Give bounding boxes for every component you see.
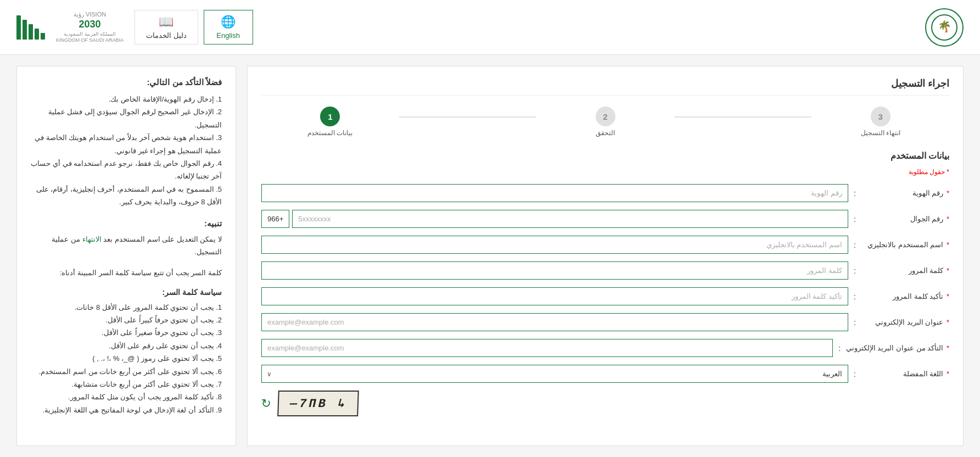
confirm-password-label: * تأكيد كلمة المرور (861, 292, 949, 300)
mobile-label: * رقم الجوال (861, 215, 949, 223)
password-input[interactable] (261, 261, 848, 280)
email-input-wrap (261, 313, 848, 331)
confirm-password-row: * تأكيد كلمة المرور : (261, 287, 949, 305)
step-1-number: 1 (328, 112, 332, 121)
step-1-label: بيانات المستخدم (307, 129, 352, 137)
main-content: اجراء التسجيل 1 بيانات المستخدم 2 التحقق… (0, 55, 980, 457)
id-number-label: * رقم الهوية (861, 189, 949, 197)
bar5 (16, 15, 21, 40)
header-left: 🌴 (925, 8, 964, 47)
email-input[interactable] (261, 313, 848, 331)
username-label: * اسم المستخدم بالانجليزي (861, 241, 949, 249)
guide-label: دليل الخدمات (146, 31, 187, 40)
captcha-row: ↳ 7ΠB— ↺ (261, 391, 949, 416)
step-2-number: 2 (603, 112, 607, 121)
language-input-wrap: العربية English (261, 365, 848, 383)
step-line-2 (674, 116, 812, 118)
email-colon: : (854, 318, 856, 327)
header: 🌴 🌐 English 📖 دليل الخدمات VISION رؤية 2… (0, 0, 980, 55)
policy-item-3: 3. يجب أن تحتوي حرفاً صغيراً على الأقل. (31, 326, 222, 339)
email-label: * عنوان البريد الإلكتروني (861, 318, 949, 326)
bar4 (23, 20, 27, 40)
step-3-number: 3 (878, 112, 883, 121)
confirm-password-input[interactable] (261, 287, 848, 305)
page-title: اجراء التسجيل (261, 77, 949, 96)
step-3-label: انتهاء التسجيل (861, 129, 900, 137)
phone-prefix: +966 (261, 210, 289, 228)
confirm-email-input-wrap (261, 339, 833, 357)
username-input[interactable] (261, 236, 848, 254)
language-select[interactable]: العربية English (261, 365, 848, 383)
info-panel: فضلاً التأكد من التالي: 1. إدخال رقم اله… (16, 66, 236, 446)
password-row: * كلمة المرور : (261, 261, 949, 280)
email-required-star: * (947, 318, 949, 326)
confirm-list: 1. إدخال رقم الهوية/الإقامة الخاص بك. 2.… (31, 93, 222, 209)
vision-line1: VISION رؤية (56, 10, 124, 18)
mobile-input-wrap: +966 (261, 210, 848, 228)
confirm-email-label: * التأكد من عنوان البريد الإلكتروني (846, 344, 949, 352)
confirm-email-colon: : (838, 344, 841, 353)
refresh-captcha-icon[interactable]: ↺ (261, 397, 271, 411)
password-label: * كلمة المرور (861, 266, 949, 275)
english-label: English (216, 31, 240, 40)
password-policy-title: سياسة كلمة السر: (31, 288, 222, 297)
confirm-item-3: 3. استخدام هوية شخص آخر بدلاً من استخدام… (31, 131, 222, 157)
header-right: 🌐 English 📖 دليل الخدمات VISION رؤية 203… (16, 10, 253, 44)
absher-bars (16, 15, 45, 40)
policy-item-8: 8. تأكيد كلمة المرور يجب أن يكون مثل كلم… (31, 391, 222, 403)
steps-container: 1 بيانات المستخدم 2 التحقق 3 انتهاء التس… (261, 107, 949, 137)
id-number-input[interactable] (261, 184, 848, 202)
book-icon: 📖 (159, 15, 173, 29)
required-text: حقول مطلوبة (909, 168, 945, 176)
mobile-input[interactable] (292, 210, 848, 228)
bar2 (35, 29, 39, 40)
language-select-wrap: العربية English (261, 365, 848, 383)
policy-item-5: 5. يجب ألا تحتوي على رموز ( @_، % ،! ،. … (31, 352, 222, 365)
username-row: * اسم المستخدم بالانجليزي : (261, 236, 949, 254)
confirm-password-input-wrap (261, 287, 848, 305)
step-3: 3 انتهاء التسجيل (811, 107, 949, 137)
confirm-item-1: 1. إدخال رقم الهوية/الإقامة الخاص بك. (31, 93, 222, 105)
confirm-item-2: 2. الإدخال غير الصحيح لرقم الجوال سيؤدي … (31, 105, 222, 131)
mobile-colon: : (854, 215, 856, 224)
step-2-label: التحقق (596, 129, 615, 137)
absher-logo (16, 15, 45, 40)
warning-title: تنبيه: (31, 219, 222, 228)
confirm-item-4: 4. رقم الجوال خاص بك فقط، نرجو عدم استخد… (31, 157, 222, 183)
policy-item-9: 9. التأكد أن لغة الإدخال في لوحة المفاتي… (31, 404, 222, 416)
confirm-password-colon: : (854, 292, 856, 301)
confirm-email-input[interactable] (261, 339, 833, 357)
bar1 (41, 33, 45, 40)
english-button[interactable]: 🌐 English (204, 10, 253, 44)
form-panel: اجراء التسجيل 1 بيانات المستخدم 2 التحقق… (247, 66, 964, 446)
policy-item-4: 4. يجب أن تحتوي على رقم على الأقل. (31, 339, 222, 352)
language-required-star: * (947, 370, 949, 378)
id-input-wrap (261, 184, 848, 202)
vision-kingdom: المملكة العربية السعودية (56, 31, 124, 38)
policy-item-1: 1. يجب أن تحتوي كلمة المرور على الأقل 8 … (31, 301, 222, 314)
user-data-section-label: بيانات المستخدم (261, 151, 949, 164)
step-2-circle: 2 (596, 107, 615, 126)
vision-logo: VISION رؤية 2030 المملكة العربية السعودي… (56, 10, 124, 44)
id-colon: : (854, 189, 856, 198)
globe-icon: 🌐 (221, 15, 236, 29)
step-3-circle: 3 (871, 107, 891, 126)
step-1: 1 بيانات المستخدم (261, 107, 399, 137)
required-star: * (947, 168, 949, 176)
language-colon: : (854, 370, 856, 378)
warning-link[interactable]: الانتهاء (82, 235, 102, 243)
svg-text:🌴: 🌴 (938, 20, 951, 33)
government-logo: 🌴 (925, 8, 964, 47)
confirm-email-required-star: * (947, 344, 949, 352)
step-1-circle: 1 (320, 107, 340, 126)
password-required-star: * (947, 266, 949, 275)
mobile-required-star: * (947, 215, 949, 223)
guide-button[interactable]: 📖 دليل الخدمات (135, 10, 198, 44)
nav-buttons: 🌐 English 📖 دليل الخدمات (135, 10, 253, 44)
policy-item-7: 7. يجب ألا تحتوي على أكثر من أربع خانات … (31, 378, 222, 391)
id-required-star: * (947, 189, 949, 197)
confirm-password-required-star: * (947, 292, 949, 300)
username-colon: : (854, 241, 856, 249)
password-policy-list: 1. يجب أن تحتوي كلمة المرور على الأقل 8 … (31, 301, 222, 417)
policy-item-2: 2. يجب أن تحتوي حرفاً كبيراً على الأقل. (31, 314, 222, 326)
